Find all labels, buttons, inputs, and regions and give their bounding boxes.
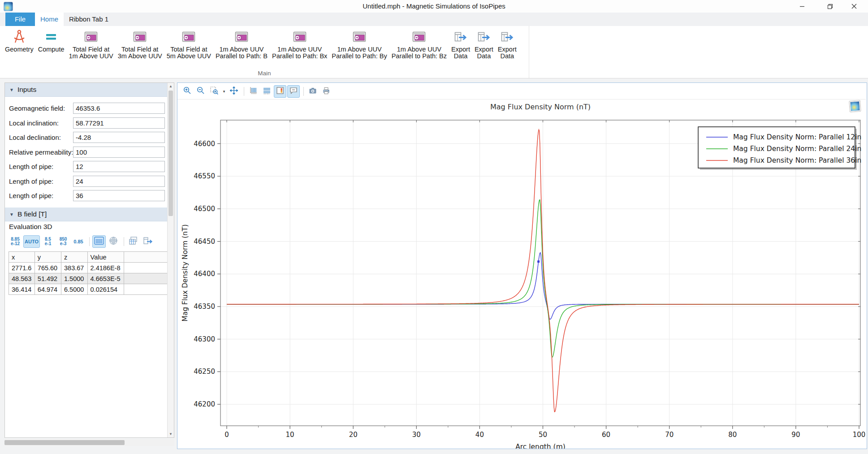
column-header-x[interactable]: x bbox=[9, 252, 35, 263]
x-tick-label: 100 bbox=[853, 431, 866, 439]
export-table-small-button[interactable] bbox=[141, 235, 155, 248]
scrollbar-thumb[interactable] bbox=[168, 91, 173, 216]
zoom-box-button[interactable] bbox=[208, 85, 220, 98]
table-cell[interactable]: 6.5000 bbox=[61, 284, 88, 295]
application-window: Untitled.mph - Magnetic Simulations of I… bbox=[0, 0, 868, 454]
total-field-at-5m-above-uuv-button[interactable]: Total Field at 5m Above UUV bbox=[165, 28, 213, 61]
chart-canvas[interactable]: Mag Flux Density Norm (nT)01020304050607… bbox=[177, 99, 866, 449]
copy-table-button[interactable] bbox=[127, 235, 140, 248]
1m-above-uuv-parallel-to-path-bz-button[interactable]: 1m Above UUV Parallel to Path: Bz bbox=[390, 28, 449, 61]
legend-toggle-button[interactable] bbox=[274, 85, 286, 98]
local-inclination-input-1[interactable] bbox=[73, 117, 165, 129]
axis-lines-button[interactable] bbox=[247, 85, 259, 98]
table-view-button[interactable] bbox=[92, 235, 106, 248]
dropdown-caret-icon[interactable]: ▾ bbox=[221, 86, 227, 97]
y-tick-label: 46550 bbox=[194, 172, 215, 180]
table-row[interactable]: 2771.6765.60383.672.4186E-8 bbox=[9, 263, 174, 273]
y-tick-label: 46600 bbox=[194, 140, 215, 148]
table-cell[interactable]: 2.4186E-8 bbox=[87, 263, 124, 273]
table-cell[interactable]: 765.60 bbox=[35, 263, 61, 273]
sphere-view-icon bbox=[109, 236, 118, 247]
scroll-down-icon[interactable]: ▼ bbox=[168, 431, 174, 437]
ribbon-button-label: Export Data bbox=[498, 46, 517, 60]
column-header-Value[interactable]: Value bbox=[87, 252, 124, 263]
table-cell[interactable]: 4.6653E-5 bbox=[87, 273, 124, 284]
maximize-restore-button[interactable] bbox=[820, 0, 840, 13]
precision-0.85-button[interactable]: 0.85 bbox=[71, 235, 86, 248]
form-row: Length of pipe: bbox=[5, 190, 168, 202]
tab-file[interactable]: File bbox=[5, 13, 35, 26]
export-data-button[interactable]: Export Data bbox=[473, 28, 495, 61]
zoom-out-button[interactable] bbox=[194, 85, 207, 98]
minimize-button[interactable] bbox=[792, 0, 812, 13]
table-row[interactable]: 36.41464.9746.50000.026154 bbox=[9, 284, 174, 295]
collapse-arrow-icon: ▼ bbox=[9, 87, 14, 92]
length-of-pipe-input-4[interactable] bbox=[73, 161, 165, 172]
1m-above-uuv-parallel-to-path-bx-button[interactable]: 1m Above UUV Parallel to Path: Bx bbox=[270, 28, 329, 61]
ribbon-button-label: Export Data bbox=[451, 46, 470, 60]
table-row[interactable]: 48.56351.4921.50004.6653E-5 bbox=[9, 273, 174, 284]
zoom-in-button[interactable] bbox=[181, 85, 194, 98]
export-data-button[interactable]: Export Data bbox=[449, 28, 472, 61]
grid-lines-button[interactable] bbox=[260, 85, 273, 98]
table-cell[interactable]: 0.026154 bbox=[87, 284, 124, 295]
y-tick-label: 46400 bbox=[194, 270, 215, 278]
tooltip-toggle-icon bbox=[289, 86, 298, 97]
inputs-section-header[interactable]: ▼ Inputs bbox=[5, 83, 168, 97]
table-cell[interactable]: 383.67 bbox=[61, 263, 88, 273]
vertical-scrollbar[interactable]: ▲ ▼ bbox=[167, 83, 174, 437]
table-header-row: xyzValue bbox=[9, 252, 174, 263]
table-cell[interactable]: 36.414 bbox=[9, 284, 35, 295]
form-row: Geomagnetic field: bbox=[5, 103, 168, 115]
local-declination-input-2[interactable] bbox=[73, 132, 165, 143]
tab-ribbon-tab-1[interactable]: Ribbon Tab 1 bbox=[64, 13, 114, 26]
precision-8.85-button[interactable]: 8.85e-12 bbox=[8, 235, 22, 248]
precision-8.5-button[interactable]: 8.5e-1 bbox=[41, 235, 55, 248]
column-header-y[interactable]: y bbox=[35, 252, 61, 263]
sphere-view-button[interactable] bbox=[107, 235, 120, 248]
form-row: Length of pipe: bbox=[5, 176, 168, 188]
ribbon-button-label: Total Field at 3m Above UUV bbox=[118, 46, 162, 60]
horizontal-scrollbar[interactable] bbox=[4, 439, 174, 446]
precision-auto-button[interactable]: AUTO bbox=[23, 235, 40, 248]
precision-850-button[interactable]: 850e-3 bbox=[56, 235, 70, 248]
export-data-button[interactable]: Export Data bbox=[496, 28, 518, 61]
column-header-empty bbox=[124, 252, 174, 263]
length-of-pipe-input-6[interactable] bbox=[73, 190, 165, 201]
tab-home[interactable]: Home bbox=[35, 13, 64, 26]
ribbon-buttons: GeometryComputeTotal Field at 1m Above U… bbox=[3, 28, 519, 68]
scrollbar-thumb[interactable] bbox=[4, 440, 125, 445]
table-cell[interactable]: 1.5000 bbox=[61, 273, 88, 284]
zoom-extents-button[interactable] bbox=[228, 85, 240, 98]
table-cell[interactable]: 2771.6 bbox=[9, 263, 35, 273]
plot-window-icon bbox=[292, 29, 307, 45]
compute-button[interactable]: Compute bbox=[36, 28, 66, 54]
toolbar-separator bbox=[303, 87, 304, 96]
1m-above-uuv-parallel-to-path-by-button[interactable]: 1m Above UUV Parallel to Path: By bbox=[330, 28, 389, 61]
table-cell[interactable]: 48.563 bbox=[9, 273, 35, 284]
evaluation-3d-label: Evaluation 3D bbox=[9, 223, 52, 231]
bfield-toolbar: 8.85e-12AUTO8.5e-1850e-30.85 bbox=[8, 235, 155, 248]
camera-button[interactable] bbox=[307, 85, 319, 98]
x-tick-label: 0 bbox=[225, 431, 229, 439]
length-of-pipe-input-5[interactable] bbox=[73, 176, 165, 187]
legend-entry-label: Mag Flux Density Norm: Parallel 24in bbox=[733, 145, 861, 153]
bfield-section-header[interactable]: ▼ B field [T] bbox=[5, 208, 168, 221]
total-field-at-1m-above-uuv-button[interactable]: Total Field at 1m Above UUV bbox=[67, 28, 115, 61]
relative-permeability-input-3[interactable] bbox=[73, 147, 165, 158]
geomagnetic-field-input-0[interactable] bbox=[73, 103, 165, 114]
grid-lines-icon bbox=[262, 86, 271, 97]
table-cell[interactable]: 51.492 bbox=[35, 273, 61, 284]
close-button[interactable] bbox=[844, 0, 864, 13]
print-button[interactable] bbox=[320, 85, 333, 98]
tooltip-toggle-button[interactable] bbox=[287, 85, 300, 98]
zoom-in-icon bbox=[183, 86, 192, 97]
toolbar-separator bbox=[89, 237, 90, 246]
scroll-up-icon[interactable]: ▲ bbox=[168, 83, 174, 90]
1m-above-uuv-parallel-to-path-b-button[interactable]: 1m Above UUV Parallel to Path: B bbox=[214, 28, 269, 61]
plot-window-icon bbox=[411, 29, 427, 45]
geometry-button[interactable]: Geometry bbox=[3, 28, 35, 54]
total-field-at-3m-above-uuv-button[interactable]: Total Field at 3m Above UUV bbox=[116, 28, 164, 61]
table-cell[interactable]: 64.974 bbox=[35, 284, 61, 295]
column-header-z[interactable]: z bbox=[61, 252, 88, 263]
